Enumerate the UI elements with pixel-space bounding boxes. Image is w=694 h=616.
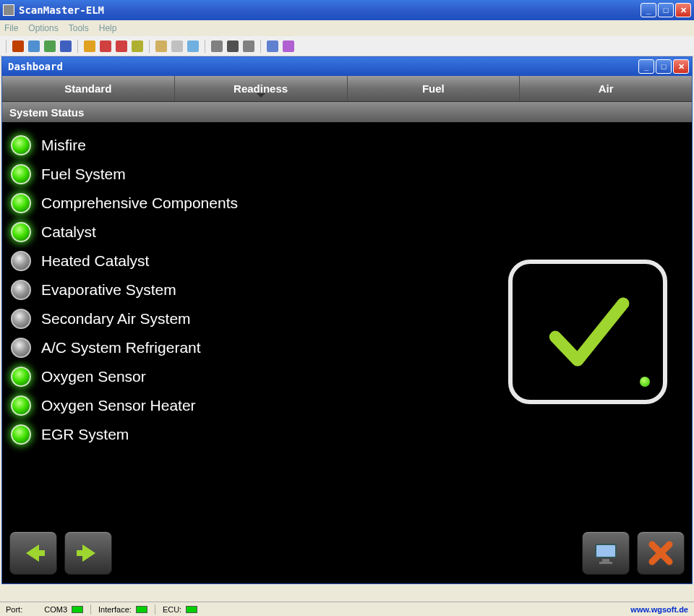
toolbar-icon[interactable] bbox=[12, 40, 24, 52]
status-led bbox=[11, 222, 31, 242]
status-led bbox=[11, 424, 31, 445]
section-header: System Status bbox=[2, 102, 692, 122]
tab-fuel[interactable]: Fuel bbox=[348, 76, 520, 101]
status-row: Fuel System bbox=[11, 164, 683, 184]
maximize-button[interactable]: □ bbox=[658, 3, 674, 17]
menu-file[interactable]: File bbox=[4, 23, 18, 33]
toolbar-icon[interactable] bbox=[171, 40, 183, 52]
ecu-led bbox=[186, 606, 197, 613]
status-label: Secondary Air System bbox=[41, 310, 191, 328]
statusbar: Port: COM3 Interface: ECU: www.wgsoft.de bbox=[0, 602, 694, 616]
svg-rect-0 bbox=[596, 544, 616, 557]
status-label: Oxygen Sensor bbox=[41, 368, 146, 385]
toolbar-icon[interactable] bbox=[100, 40, 111, 52]
toolbar bbox=[0, 36, 694, 56]
toolbar-icon[interactable] bbox=[155, 40, 167, 52]
inner-titlebar: Dashboard _ □ ✕ bbox=[2, 57, 692, 76]
port-value: COM3 bbox=[44, 605, 67, 614]
toolbar-icon[interactable] bbox=[132, 40, 143, 52]
toolbar-icon[interactable] bbox=[116, 40, 127, 52]
minimize-button[interactable]: _ bbox=[641, 3, 656, 17]
interface-label: Interface: bbox=[98, 605, 132, 614]
inner-maximize-button[interactable]: □ bbox=[656, 59, 672, 74]
toolbar-icon[interactable] bbox=[227, 40, 239, 52]
status-label: Comprehensive Components bbox=[41, 194, 238, 212]
status-led bbox=[11, 367, 31, 387]
toolbar-icon[interactable] bbox=[243, 40, 254, 52]
toolbar-icon[interactable] bbox=[44, 40, 56, 52]
toolbar-icon[interactable] bbox=[28, 40, 40, 52]
bottom-nav bbox=[9, 531, 685, 576]
status-led bbox=[11, 251, 31, 271]
status-row: Comprehensive Components bbox=[11, 193, 683, 213]
status-led bbox=[11, 280, 31, 300]
arrow-right-icon bbox=[74, 539, 103, 568]
inner-title: Dashboard bbox=[8, 61, 638, 72]
readiness-check-card bbox=[508, 260, 667, 404]
x-icon bbox=[646, 539, 675, 568]
outer-titlebar: ScanMaster-ELM _ □ ✕ bbox=[0, 0, 694, 20]
status-label: Evaporative System bbox=[41, 281, 176, 299]
inner-close-button[interactable]: ✕ bbox=[673, 59, 689, 74]
status-led bbox=[11, 135, 31, 155]
monitor-icon bbox=[591, 539, 620, 568]
tab-air[interactable]: Air bbox=[520, 76, 692, 101]
status-row: Misfire bbox=[11, 135, 683, 155]
status-label: Fuel System bbox=[41, 166, 126, 183]
monitor-button[interactable] bbox=[582, 531, 630, 575]
status-label: Oxygen Sensor Heater bbox=[41, 397, 196, 414]
status-led bbox=[11, 193, 31, 213]
status-led bbox=[11, 309, 31, 329]
cancel-button[interactable] bbox=[637, 531, 685, 575]
port-led bbox=[72, 606, 83, 613]
toolbar-icon[interactable] bbox=[283, 40, 294, 52]
toolbar-icon[interactable] bbox=[60, 40, 72, 52]
website-link[interactable]: www.wgsoft.de bbox=[630, 605, 688, 614]
status-row: EGR System bbox=[11, 424, 683, 445]
interface-led bbox=[136, 606, 147, 613]
inner-minimize-button[interactable]: _ bbox=[638, 59, 654, 74]
status-dot bbox=[640, 377, 650, 387]
status-label: A/C System Refrigerant bbox=[41, 339, 201, 356]
close-button[interactable]: ✕ bbox=[675, 3, 691, 17]
status-led bbox=[11, 395, 31, 416]
status-led bbox=[11, 338, 31, 358]
previous-button[interactable] bbox=[9, 531, 57, 575]
toolbar-icon[interactable] bbox=[267, 40, 278, 52]
toolbar-icon[interactable] bbox=[187, 40, 199, 52]
status-label: Misfire bbox=[41, 137, 86, 154]
menubar: File Options Tools Help bbox=[0, 20, 694, 36]
arrow-left-icon bbox=[19, 539, 48, 568]
menu-options[interactable]: Options bbox=[28, 23, 58, 33]
status-led bbox=[11, 164, 31, 184]
next-button[interactable] bbox=[64, 531, 112, 575]
menu-tools[interactable]: Tools bbox=[69, 23, 89, 33]
dashboard-window: Dashboard _ □ ✕ StandardReadinessFuelAir… bbox=[1, 56, 693, 584]
svg-rect-2 bbox=[599, 562, 612, 564]
toolbar-icon[interactable] bbox=[211, 40, 223, 52]
status-label: Heated Catalyst bbox=[41, 252, 149, 270]
status-label: EGR System bbox=[41, 426, 129, 443]
status-label: Catalyst bbox=[41, 223, 96, 241]
menu-help[interactable]: Help bbox=[99, 23, 117, 33]
status-row: Catalyst bbox=[11, 222, 683, 242]
toolbar-icon[interactable] bbox=[84, 40, 95, 52]
app-title: ScanMaster-ELM bbox=[19, 4, 641, 16]
svg-rect-1 bbox=[602, 559, 609, 562]
content-area: MisfireFuel SystemComprehensive Componen… bbox=[2, 122, 692, 583]
port-label: Port: bbox=[6, 605, 22, 614]
ecu-label: ECU: bbox=[163, 605, 181, 614]
app-icon bbox=[3, 4, 14, 16]
tab-readiness[interactable]: Readiness bbox=[175, 76, 348, 101]
tab-standard[interactable]: Standard bbox=[2, 76, 175, 101]
check-icon bbox=[537, 281, 638, 382]
tabs: StandardReadinessFuelAir bbox=[2, 76, 692, 102]
